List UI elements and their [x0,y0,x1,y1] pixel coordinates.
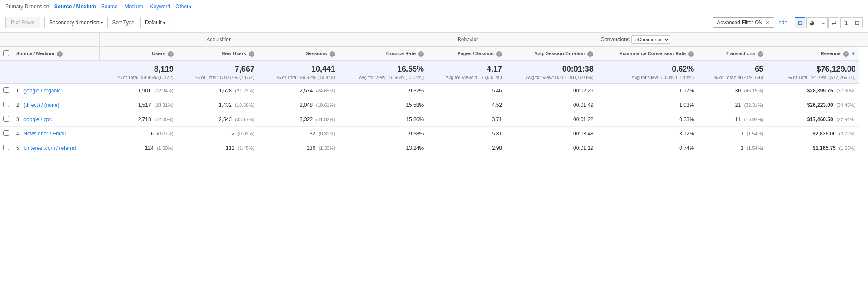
row-checkbox-cell[interactable] [0,84,13,98]
row-source-cell: 4. Newsletter / Email [13,127,99,141]
row-sessions-cell: 2,048 (19.61%) [258,98,339,112]
row-sessions-pct: (31.82%) [316,117,335,122]
revenue-sort-arrow: ▼ [851,51,856,56]
table-row: 1. google / organic 1,901 (22.94%) 1,628… [0,84,868,98]
source-help-icon[interactable]: ? [57,51,63,57]
row-checkbox-3[interactable] [3,130,9,136]
row-transactions-pct: (32.31%) [744,102,764,108]
newusers-help-icon[interactable]: ? [249,51,254,57]
row-revenue-cell: $17,460.50 (22.94%) [767,112,859,127]
row-pagessession-cell: 2.98 [427,141,505,155]
row-transactions-pct: (16.92%) [744,117,764,122]
row-checkbox-cell[interactable] [0,98,13,112]
row-source-cell: 3. google / cpc [13,112,99,127]
row-source-cell: 5. pinterest.com / referral [13,141,99,155]
bar-view-icon[interactable]: ≡ [818,17,828,28]
row-revenue-val: $2,835.00 [812,131,835,137]
ecomm-help-icon[interactable]: ? [688,51,694,57]
sort-type-select[interactable]: Default ▾ [140,17,170,28]
transactions-help-icon[interactable]: ? [758,51,763,57]
row-checkbox-1[interactable] [3,102,9,107]
row-pagessession-cell: 4.52 [427,98,505,112]
col-sessions-header: Sessions ? [258,47,339,61]
row-source-link[interactable]: (direct) / (none) [23,102,59,108]
dim-link-keyword[interactable]: Keyword [150,3,170,10]
row-transactions-val: 1 [741,145,744,151]
primary-dim-label: Primary Dimension: [5,3,51,10]
row-source-link[interactable]: Newsletter / Email [23,131,66,137]
row-checkbox-cell[interactable] [0,127,13,141]
totals-checkbox-cell [0,61,13,84]
primary-dim-value: Source / Medium [54,3,96,10]
row-newusers-pct: (33.17%) [235,117,254,122]
row-users-val: 6 [151,131,154,137]
row-transactions-cell: 11 (16.92%) [697,112,767,127]
row-source-link[interactable]: google / organic [23,88,60,94]
chevron-down-icon: ▾ [101,20,103,25]
other-label: Other [175,3,188,10]
sort-default-label: Default [145,20,162,26]
table-view-icon[interactable]: ⊞ [795,17,805,28]
revenue-help-icon[interactable]: ? [843,51,849,57]
revenue-sort-header [859,33,868,47]
row-revenue-cell: $28,395.75 (37.30%) [767,84,859,98]
row-sessions-pct: (1.30%) [319,145,336,151]
row-users-pct: (18.31%) [154,102,174,108]
view-toggle-group: ⊞ ◕ ≡ ⇄ ⇅ ⊟ [795,17,863,28]
row-pagessession-val: 2.98 [492,145,502,151]
compare-view-icon[interactable]: ⇄ [828,17,839,28]
row-checkbox-cell[interactable] [0,112,13,127]
edit-filter-link[interactable]: edit [779,20,787,26]
users-help-icon[interactable]: ? [168,51,174,57]
row-ecomm-cell: 1.03% [597,98,697,112]
col-newusers-header: New Users ? [177,47,258,61]
totals-transactions-cell: 65 % of Total: 98.48% (66) [697,61,767,84]
conversions-group-header: Conversions eCommerce [597,33,859,47]
custom-view-icon[interactable]: ⊟ [852,17,863,28]
secondary-dimension-select[interactable]: Secondary dimension ▾ [44,17,108,28]
pagessession-help-icon[interactable]: ? [496,51,502,57]
row-checkbox-2[interactable] [3,116,9,122]
sessions-help-icon[interactable]: ? [330,51,335,57]
row-transactions-pct: (1.54%) [747,131,764,136]
row-revenue-pct: (3.72%) [839,131,856,136]
row-bouncerate-val: 9.38% [409,131,424,137]
row-pagessession-cell: 5.46 [427,84,505,98]
totals-revenue-cell: $76,129.00 % of Total: 97.89% ($77,769.0… [767,61,859,84]
row-checkbox-cell[interactable] [0,141,13,155]
row-newusers-cell: 2,543 (33.17%) [177,112,258,127]
row-revenue-cell: $26,223.00 (34.45%) [767,98,859,112]
pivot-view-icon[interactable]: ⇅ [840,17,851,28]
col-bouncerate-header: Bounce Rate ? [339,47,427,61]
row-source-link[interactable]: google / cpc [23,116,52,122]
secondary-dim-label: Secondary dimension [49,20,99,26]
select-all-checkbox[interactable] [3,50,9,56]
row-checkbox-0[interactable] [3,87,9,93]
row-ecomm-val: 0.74% [679,145,694,151]
checkbox-all-cell[interactable] [0,47,13,61]
row-users-cell: 2,718 (32.80%) [99,112,177,127]
select-all-header [0,33,13,47]
pie-view-icon[interactable]: ◕ [806,17,817,28]
row-revenue-pct: (22.94%) [836,117,856,122]
row-bouncerate-val: 13.24% [406,145,424,151]
source-medium-group [13,33,99,47]
row-checkbox-4[interactable] [3,145,9,150]
ecommerce-select[interactable]: eCommerce [631,35,670,44]
filter-clear-button[interactable]: ✕ [765,20,770,26]
bouncerate-help-icon[interactable]: ? [418,51,424,57]
col-transactions-header: Transactions ? [697,47,767,61]
avgsession-help-icon[interactable]: ? [587,51,593,57]
plot-rows-button[interactable]: Plot Rows [5,17,40,28]
row-source-link[interactable]: pinterest.com / referral [23,145,76,151]
dim-link-medium[interactable]: Medium [125,3,143,10]
controls-toolbar: Plot Rows Secondary dimension ▾ Sort Typ… [0,13,868,32]
row-sessions-pct: (19.61%) [316,102,335,108]
dim-link-other[interactable]: Other ▾ [175,3,191,10]
table-row: 3. google / cpc 2,718 (32.80%) 2,543 (33… [0,112,868,127]
sort-type-label: Sort Type: [112,20,135,26]
primary-dimension-toolbar: Primary Dimension: Source / Medium Sourc… [0,0,868,13]
row-revenue-cell: $1,165.75 (1.53%) [767,141,859,155]
dim-link-source[interactable]: Source [101,3,118,10]
row-users-pct: (1.50%) [157,145,174,151]
